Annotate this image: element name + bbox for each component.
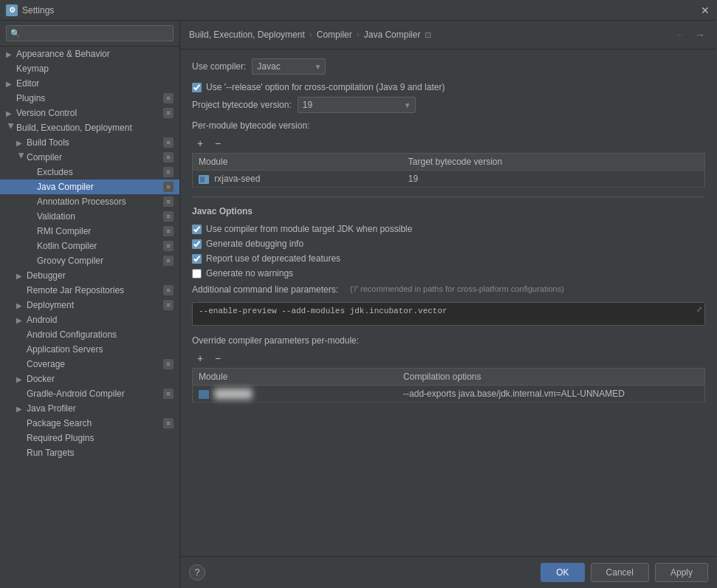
expand-arrow-keymap xyxy=(6,65,16,73)
no-warnings-checkbox[interactable] xyxy=(192,269,202,278)
option-no-warnings-row: Generate no warnings xyxy=(192,268,705,278)
sidebar-item-gradle-android[interactable]: Gradle-Android Compiler ≡ xyxy=(0,386,179,401)
sidebar-item-appearance[interactable]: ▶ Appearance & Behavior xyxy=(0,47,179,61)
sidebar-item-deployment[interactable]: ▶ Deployment ≡ xyxy=(0,298,179,312)
sidebar-item-android-configs[interactable]: Android Configurations xyxy=(0,327,179,342)
sidebar-tree: ▶ Appearance & Behavior Keymap ▶ Editor … xyxy=(0,47,179,588)
expand-arrow-docker: ▶ xyxy=(16,375,27,383)
expand-arrow-cov xyxy=(16,360,27,369)
javac-options-title: Javac Options xyxy=(192,206,705,216)
release-option-checkbox[interactable] xyxy=(192,83,202,92)
remove-module-button[interactable]: − xyxy=(210,137,226,150)
sidebar-item-validation[interactable]: Validation ≡ xyxy=(0,209,179,224)
apply-button[interactable]: Apply xyxy=(655,563,708,582)
module-cell: rxjava-seed xyxy=(193,171,402,188)
report-deprecated-checkbox[interactable] xyxy=(192,254,202,264)
override-options-cell: --add-exports java.base/jdk.internal.vm=… xyxy=(397,386,704,403)
use-compiler-row: Use compiler: Javac Eclipse Ajc ▼ xyxy=(192,58,705,75)
pkg-badge: ≡ xyxy=(163,418,174,428)
sidebar-item-java-compiler[interactable]: Java Compiler ≡ xyxy=(0,180,179,194)
expand-arrow-debugger: ▶ xyxy=(16,272,27,280)
breadcrumb-sep2: › xyxy=(357,30,360,40)
table-row[interactable]: rxjava-seed 19 xyxy=(193,171,705,188)
sidebar-item-build-tools[interactable]: ▶ Build Tools ≡ xyxy=(0,135,179,150)
ok-button[interactable]: OK xyxy=(541,563,584,582)
sidebar-item-remote-jar[interactable]: Remote Jar Repositories ≡ xyxy=(0,283,179,298)
nav-forward-button[interactable]: → xyxy=(692,27,708,43)
sidebar-item-rmi[interactable]: RMI Compiler ≡ xyxy=(0,224,179,239)
search-input[interactable] xyxy=(6,25,174,41)
sidebar-item-kotlin[interactable]: Kotlin Compiler ≡ xyxy=(0,239,179,253)
bytecode-label: Project bytecode version: xyxy=(192,100,292,110)
bytecode-select[interactable]: 19 17 11 8 xyxy=(298,97,416,113)
sidebar-item-debugger[interactable]: ▶ Debugger xyxy=(0,268,179,283)
expand-arrow-compiler: ▶ xyxy=(18,152,26,163)
use-compiler-select-wrapper: Javac Eclipse Ajc ▼ xyxy=(252,58,326,75)
bytecode-select-wrapper: 19 17 11 8 ▼ xyxy=(298,97,416,113)
add-override-button[interactable]: + xyxy=(192,352,208,365)
expand-arrow-appearance: ▶ xyxy=(6,50,16,58)
sidebar-item-annotation[interactable]: Annotation Processors ≡ xyxy=(0,194,179,209)
help-button[interactable]: ? xyxy=(189,564,205,581)
expand-arrow-excludes xyxy=(27,168,37,177)
use-compiler-module-checkbox[interactable] xyxy=(192,225,202,234)
sidebar-item-keymap[interactable]: Keymap xyxy=(0,61,179,76)
sidebar-item-docker[interactable]: ▶ Docker xyxy=(0,372,179,386)
breadcrumb-current: Java Compiler xyxy=(364,30,421,40)
additional-params-label: Additional command line parameters: xyxy=(192,284,338,295)
sidebar-item-java-profiler[interactable]: ▶ Java Profiler xyxy=(0,401,179,416)
generate-debugging-checkbox[interactable] xyxy=(192,239,202,249)
expand-arrow-ann xyxy=(27,198,37,206)
sidebar-item-editor[interactable]: ▶ Editor xyxy=(0,76,179,91)
override-module-name: ██████ xyxy=(214,389,252,399)
override-table-row[interactable]: ██████ --add-exports java.base/jdk.inter… xyxy=(193,386,705,403)
remove-override-button[interactable]: − xyxy=(210,352,226,365)
add-module-button[interactable]: + xyxy=(192,137,208,150)
search-icon: 🔍 xyxy=(10,29,21,38)
sidebar-item-android[interactable]: ▶ Android xyxy=(0,312,179,327)
sidebar-item-plugins[interactable]: Plugins ≡ xyxy=(0,91,179,106)
override-compilation-col-header: Compilation options xyxy=(397,369,704,386)
plugins-badge: ≡ xyxy=(163,93,174,103)
override-table: Module Compilation options ██████ --add-… xyxy=(192,368,705,403)
close-button[interactable]: ✕ xyxy=(699,4,711,16)
right-panel: Build, Execution, Deployment › Compiler … xyxy=(180,21,717,588)
sidebar-item-coverage[interactable]: Coverage ≡ xyxy=(0,357,179,372)
sidebar-item-app-servers[interactable]: Application Servers xyxy=(0,342,179,357)
override-label: Override compiler parameters per-module: xyxy=(192,335,705,346)
cross-platform-note: ('/' recommended in paths for cross-plat… xyxy=(350,284,705,293)
expand-arrow-appserv xyxy=(16,346,27,354)
override-module-icon xyxy=(199,390,209,399)
additional-params-row: Additional command line parameters: ('/'… xyxy=(192,284,705,295)
footer: ? OK Cancel Apply xyxy=(180,556,717,588)
cmd-textarea[interactable]: --enable-preview --add-modules jdk.incub… xyxy=(192,302,705,326)
sidebar-item-required-plugins[interactable]: Required Plugins xyxy=(0,431,179,445)
release-option-row: Use '--release' option for cross-compila… xyxy=(192,82,705,92)
sidebar-item-package-search[interactable]: Package Search ≡ xyxy=(0,416,179,431)
expand-arrow-rjar xyxy=(16,287,27,295)
sidebar-item-compiler[interactable]: ▶ Compiler ≡ xyxy=(0,150,179,165)
option-use-compiler-row: Use compiler from module target JDK when… xyxy=(192,224,705,234)
use-compiler-select[interactable]: Javac Eclipse Ajc xyxy=(252,58,326,75)
sidebar-item-excludes[interactable]: Excludes ≡ xyxy=(0,165,179,180)
settings-content: Use compiler: Javac Eclipse Ajc ▼ Use '-… xyxy=(180,49,717,556)
main-content: 🔍 ▶ Appearance & Behavior Keymap ▶ xyxy=(0,21,717,588)
kotlin-badge: ≡ xyxy=(163,241,174,251)
sidebar-item-run-targets[interactable]: Run Targets xyxy=(0,445,179,460)
expand-arrow-kotlin xyxy=(27,242,37,250)
expand-arrow-plugins xyxy=(6,95,16,103)
sidebar-item-build[interactable]: ▶ Build, Execution, Deployment xyxy=(0,120,179,135)
expand-arrow-reqplug xyxy=(16,434,27,442)
option-report-deprecated-row: Report use of deprecated features xyxy=(192,253,705,264)
expand-textarea-button[interactable]: ⤢ xyxy=(696,305,702,313)
expand-arrow-runtgt xyxy=(16,449,27,457)
sidebar-item-groovy[interactable]: Groovy Compiler ≡ xyxy=(0,253,179,268)
expand-arrow-jc xyxy=(27,183,37,191)
section-separator-1 xyxy=(192,196,705,197)
sidebar-item-version-control[interactable]: ▶ Version Control ≡ xyxy=(0,106,179,120)
expand-arrow-gradle xyxy=(16,390,27,398)
dep-badge: ≡ xyxy=(163,300,174,310)
no-warnings-label: Generate no warnings xyxy=(206,268,293,278)
cancel-button[interactable]: Cancel xyxy=(591,563,649,582)
nav-back-button[interactable]: ← xyxy=(673,27,689,43)
